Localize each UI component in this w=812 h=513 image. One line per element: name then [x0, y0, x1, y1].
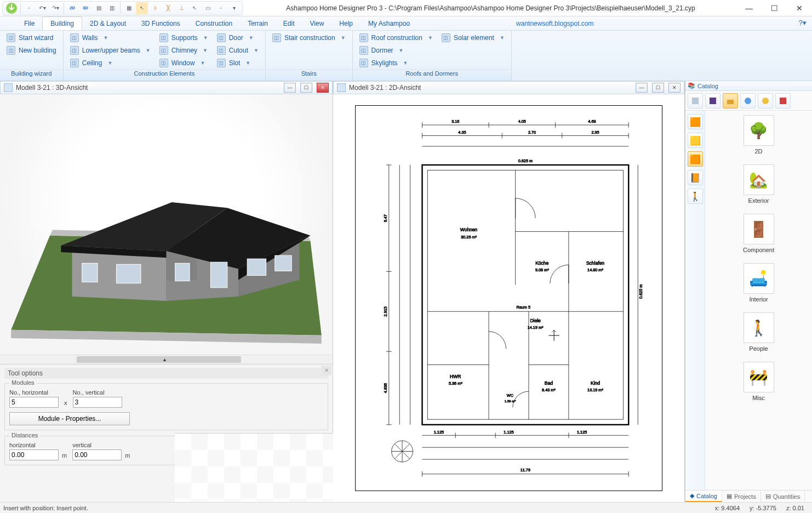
cat-side-5[interactable]: 🚶: [688, 189, 703, 204]
ribbon-icon: ◫: [272, 33, 281, 42]
ribbon-ceiling[interactable]: ◫Ceiling▼: [67, 57, 154, 69]
qat-layer-icon[interactable]: ▭: [202, 2, 214, 14]
catalog-item-exterior[interactable]: 🏡Exterior: [737, 164, 781, 204]
view2d-close-button[interactable]: ✕: [668, 83, 681, 93]
view3d-canvas[interactable]: [0, 94, 333, 355]
svg-text:4.05: 4.05: [518, 119, 526, 124]
qat-grid-icon[interactable]: ▦: [123, 2, 135, 14]
tab-view[interactable]: View: [302, 16, 332, 30]
no-vertical-input[interactable]: [73, 397, 122, 408]
hscroll-thumb[interactable]: [77, 356, 241, 363]
ribbon-icon: ◫: [217, 59, 226, 67]
view2d-canvas[interactable]: 3.16 4.05 4.68 4.35 2.70 2.95 6.47 2.915…: [333, 94, 684, 502]
qat-new-icon[interactable]: ▫: [23, 2, 35, 14]
tab-3d-functions[interactable]: 3D Functions: [134, 16, 188, 30]
cat-side-2[interactable]: 🟨: [688, 133, 703, 148]
view3d-max-button[interactable]: ☐: [300, 83, 312, 93]
module-properties-button[interactable]: Module - Properties...: [9, 412, 130, 425]
ribbon-new-building[interactable]: ◫New building: [3, 44, 60, 56]
maximize-button[interactable]: ☐: [762, 0, 787, 16]
svg-rect-12: [82, 263, 98, 282]
qat-snap1-icon[interactable]: ⦀: [149, 2, 161, 14]
qat-2d-icon[interactable]: 2D: [66, 2, 78, 14]
catalog-tab-quantities[interactable]: ▤Quantities: [761, 491, 805, 502]
view3d-hscroll[interactable]: ▴: [0, 355, 333, 364]
ribbon-stair-construction[interactable]: ◫Stair construction▼: [269, 32, 349, 43]
tab-file[interactable]: File: [16, 16, 42, 30]
qat-drop-icon[interactable]: ▾: [228, 2, 240, 14]
cat-tb-6[interactable]: [775, 93, 791, 109]
svg-text:8.43 m²: 8.43 m²: [542, 387, 556, 392]
tab-terrain[interactable]: Terrain: [240, 16, 276, 30]
qat-redo-icon[interactable]: ↷▾: [49, 2, 61, 14]
qat-snap2-icon[interactable]: ╳: [162, 2, 174, 14]
catalog-item-component[interactable]: 🚪Component: [737, 214, 781, 253]
view3d-titlebar[interactable]: Modell 3-21 : 3D-Ansicht — ☐ ✕: [0, 81, 333, 94]
quick-access-toolbar: ▫ ↶▾ ↷▾ 2D 3D ▤ ▥ ▦ ↖ ⦀ ╳ ⊥ ↖ ▭ ▫ ▾: [2, 1, 243, 15]
catalog-list[interactable]: 🌳2D🏡Exterior🚪Component🛋️Interior🚶People🚧…: [705, 111, 812, 490]
qat-3d-icon[interactable]: 3D: [79, 2, 92, 14]
catalog-item-2d[interactable]: 🌳2D: [737, 115, 781, 155]
no-horizontal-input[interactable]: [9, 397, 59, 408]
dist-v-input[interactable]: [72, 449, 122, 460]
view3d-min-button[interactable]: —: [284, 83, 296, 93]
ribbon-cutout[interactable]: ◫Cutout▼: [214, 44, 262, 56]
ribbon-chimney[interactable]: ◫Chimney▼: [156, 44, 211, 56]
ribbon-slot[interactable]: ◫Slot▼: [214, 57, 262, 69]
qat-pointer-icon[interactable]: ↖: [136, 2, 148, 14]
tab-edit[interactable]: Edit: [276, 16, 302, 30]
svg-text:1.125: 1.125: [434, 430, 444, 435]
qat-view-icon[interactable]: ▥: [106, 2, 118, 14]
tab-building[interactable]: Building: [42, 16, 82, 30]
cat-tb-2[interactable]: [705, 93, 720, 109]
tab-my-ashampoo[interactable]: My Ashampoo: [361, 16, 418, 30]
catalog-tab-projects[interactable]: ▦Projects: [722, 491, 761, 502]
cat-tb-5[interactable]: [758, 93, 773, 109]
cat-tb-3[interactable]: [723, 93, 738, 109]
minimize-button[interactable]: —: [736, 0, 762, 16]
ribbon-walls[interactable]: ◫Walls▼: [67, 32, 154, 43]
svg-text:4.68: 4.68: [588, 119, 596, 124]
ribbon-group-title: Construction Elements: [64, 70, 265, 81]
catalog-item-misc[interactable]: 🚧Misc: [737, 362, 781, 401]
ribbon-skylights[interactable]: ◫Skylights▼: [356, 57, 436, 69]
tab-help[interactable]: Help: [331, 16, 361, 30]
cat-side-1[interactable]: 🟧: [688, 114, 703, 129]
qat-cursor-icon[interactable]: ↖: [188, 2, 201, 14]
view3d-close-button[interactable]: ✕: [317, 83, 329, 93]
close-button[interactable]: ✕: [787, 0, 812, 16]
cat-side-3[interactable]: 🟧: [688, 151, 703, 167]
ribbon-start-wizard[interactable]: ◫Start wizard: [3, 32, 60, 43]
blog-link[interactable]: wantnewsoft.blogspot.com: [516, 20, 593, 27]
catalog-sidebar: 🟧 🟨 🟧 📙 🚶: [685, 111, 705, 490]
coord-z: 0.01: [793, 505, 804, 511]
qat-tool-icon[interactable]: ▫: [215, 2, 227, 14]
qat-section-icon[interactable]: ▤: [93, 2, 105, 14]
qat-snap3-icon[interactable]: ⊥: [175, 2, 187, 14]
ribbon-solar-element[interactable]: ◫Solar element▼: [438, 32, 508, 43]
catalog-item-people[interactable]: 🚶People: [737, 312, 781, 352]
tab-construction[interactable]: Construction: [188, 16, 240, 30]
ribbon-roof-construction[interactable]: ◫Roof construction▼: [356, 32, 436, 43]
ribbon-window[interactable]: ◫Window▼: [156, 57, 211, 69]
tab-2d-layout[interactable]: 2D & Layout: [82, 16, 134, 30]
cat-tb-4[interactable]: [740, 93, 756, 109]
ribbon-dormer[interactable]: ◫Dormer▼: [356, 44, 436, 56]
help-icon[interactable]: ?▾: [799, 19, 807, 27]
ribbon: ◫Start wizard◫New buildingBuilding wizar…: [0, 31, 812, 81]
catalog-item-interior[interactable]: 🛋️Interior: [737, 263, 781, 303]
view2d-min-button[interactable]: —: [636, 83, 648, 93]
svg-text:Kind: Kind: [591, 380, 600, 386]
catalog-tab-catalog[interactable]: ◆Catalog: [685, 491, 722, 502]
view2d-max-button[interactable]: ☐: [652, 83, 664, 93]
ribbon-supports[interactable]: ◫Supports▼: [156, 32, 211, 43]
catalog-header[interactable]: 📚 Catalog: [685, 81, 812, 91]
cat-side-4[interactable]: 📙: [688, 170, 703, 185]
dist-h-input[interactable]: [9, 449, 59, 460]
ribbon-lower-upper-beams[interactable]: ◫Lower/upper beams▼: [67, 44, 154, 56]
tool-options-close[interactable]: ×: [322, 366, 331, 375]
ribbon-door[interactable]: ◫Door▼: [214, 32, 262, 43]
cat-tb-1[interactable]: [688, 93, 703, 109]
view2d-titlebar[interactable]: Modell 3-21 : 2D-Ansicht — ☐ ✕: [333, 81, 684, 94]
qat-undo-icon[interactable]: ↶▾: [36, 2, 48, 14]
